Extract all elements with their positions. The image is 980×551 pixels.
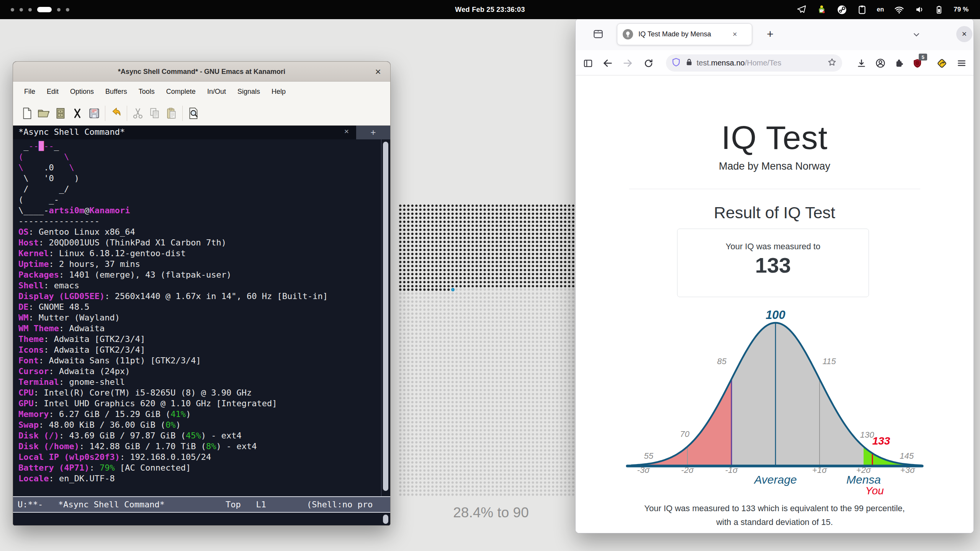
undo-button[interactable] — [108, 106, 124, 121]
new-tab-button[interactable]: + — [762, 25, 779, 43]
open-file-button[interactable] — [35, 106, 52, 121]
firefox-view-icon[interactable] — [592, 28, 605, 41]
terminal-line: ---------------- — [18, 216, 381, 227]
volume-icon[interactable] — [915, 5, 924, 15]
emacs-close-button[interactable]: × — [371, 65, 385, 78]
list-all-tabs-chevron-icon[interactable] — [910, 28, 923, 41]
echo-scrollbar-thumb[interactable] — [383, 515, 388, 524]
new-file-button[interactable] — [18, 106, 35, 121]
terminal-line: Battery (4P71): 79% [AC Connected] — [18, 463, 381, 473]
battery-percentage: 79 % — [954, 6, 969, 13]
chart-label: -3σ — [637, 465, 650, 475]
terminal-line: Disk (/home): 142.88 GiB / 1.70 TiB (8%)… — [18, 441, 381, 452]
emacs-buffer[interactable]: *Async Shell Command* × + _--█--_( \\ .0… — [13, 126, 390, 496]
close-buffer-button[interactable] — [69, 106, 86, 121]
telegram-icon[interactable] — [797, 5, 807, 15]
emacs-modeline: U:**- *Async Shell Command* Top L1 (Shel… — [13, 496, 390, 513]
emacs-titlebar[interactable]: *Async Shell Command* - GNU Emacs at Kan… — [13, 62, 390, 82]
result-description-line1: Your IQ was measured to 133 which is equ… — [576, 502, 973, 515]
chart-label: 55 — [644, 451, 654, 461]
tab-title: IQ Test Made by Mensa — [638, 30, 730, 38]
emacs-echo-area — [13, 513, 390, 525]
terminal-line: OS: Gentoo Linux x86_64 — [18, 227, 381, 237]
wifi-icon[interactable] — [894, 5, 905, 15]
workspace-indicator[interactable] — [11, 0, 69, 19]
emacs-menu-complete[interactable]: Complete — [160, 88, 201, 96]
gnome-top-bar: Wed Feb 25 23:36:03 en 79 % — [0, 0, 980, 19]
emacs-menu-edit[interactable]: Edit — [41, 88, 64, 96]
steam-icon[interactable] — [837, 5, 847, 15]
iq-score: 133 — [677, 253, 869, 278]
url-path: /Home/Tes — [745, 59, 782, 67]
forward-button[interactable] — [621, 56, 635, 70]
emacs-menu-buffers[interactable]: Buffers — [100, 88, 133, 96]
sidebar-toggle-icon[interactable] — [581, 56, 595, 70]
isearch-button[interactable] — [185, 106, 202, 121]
active-workspace-pill[interactable] — [37, 7, 52, 12]
emacs-menu-inout[interactable]: In/Out — [201, 88, 232, 96]
chart-label: +3σ — [900, 465, 915, 475]
menu-hamburger-icon[interactable] — [955, 56, 969, 70]
copy-button[interactable] — [146, 106, 163, 121]
scrollbar-thumb[interactable] — [383, 142, 388, 491]
clipboard-icon[interactable] — [857, 5, 867, 15]
emacs-menu-file[interactable]: File — [18, 88, 41, 96]
workspace-dot[interactable] — [11, 8, 14, 11]
clock[interactable]: Wed Feb 25 23:36:03 — [455, 0, 525, 19]
buffer-tab-close[interactable]: × — [341, 127, 352, 136]
downloads-icon[interactable] — [854, 56, 868, 70]
result-card: Your IQ was measured to 133 — [677, 229, 869, 297]
claws-mail-icon[interactable] — [816, 5, 827, 15]
save-button[interactable] — [86, 106, 103, 121]
ublock-origin-icon[interactable]: 5 — [910, 56, 924, 70]
page-subtitle: Made by Mensa Norway — [576, 160, 973, 172]
battery-icon[interactable] — [934, 5, 944, 15]
workspace-dot[interactable] — [57, 8, 61, 11]
result-description: Your IQ was measured to 133 which is equ… — [576, 502, 973, 529]
workspace-dot[interactable] — [20, 8, 23, 11]
emacs-menu-help[interactable]: Help — [266, 88, 291, 96]
terminal-line: DE: GNOME 48.5 — [18, 302, 381, 312]
emacs-menu-signals[interactable]: Signals — [232, 88, 266, 96]
dired-button[interactable] — [52, 106, 69, 121]
extensions-puzzle-icon[interactable] — [892, 56, 906, 70]
back-button[interactable] — [601, 56, 615, 70]
paste-button[interactable] — [163, 106, 180, 121]
terminal-line: Swap: 48.00 KiB / 36.00 GiB (0%) — [18, 420, 381, 430]
new-buffer-tab-button[interactable]: + — [356, 126, 390, 139]
fastforward-extension-icon[interactable] — [935, 56, 949, 70]
terminal-line: Packages: 1401 (emerge), 43 (flatpak-use… — [18, 270, 381, 280]
keyboard-layout-indicator[interactable]: en — [877, 6, 884, 13]
terminal-line: Memory: 6.27 GiB / 15.29 GiB (41%) — [18, 409, 381, 420]
url-text: test.mensa.no/Home/Tes — [697, 59, 811, 67]
account-icon[interactable] — [874, 56, 887, 70]
url-bar[interactable]: test.mensa.no/Home/Tes — [666, 54, 842, 72]
workspace-dot[interactable] — [28, 8, 32, 11]
tab-close-button[interactable]: × — [733, 30, 737, 39]
chart-label: 85 — [717, 356, 726, 366]
reload-button[interactable] — [641, 56, 655, 70]
terminal-line: Font: Adwaita Sans (11pt) [GTK2/3/4] — [18, 355, 381, 366]
url-subdomain: test. — [697, 59, 711, 67]
emacs-scrollbar[interactable] — [381, 139, 390, 496]
terminal-line: Cursor: Adwaita (24px) — [18, 366, 381, 377]
cut-button[interactable] — [129, 106, 146, 121]
result-heading: Result of IQ Test — [576, 203, 973, 222]
workspace-dot[interactable] — [66, 8, 69, 11]
browser-tab[interactable]: IQ Test Made by Mensa × — [617, 23, 752, 45]
lock-icon[interactable] — [685, 58, 694, 68]
ublock-badge: 5 — [919, 54, 927, 60]
chart-label: 115 — [823, 356, 836, 366]
emacs-menu-tools[interactable]: Tools — [133, 88, 160, 96]
terminal-line: Disk (/): 43.69 GiB / 97.87 GiB (45%) - … — [18, 430, 381, 441]
tracking-protection-shield-icon[interactable] — [671, 57, 681, 69]
terminal-line: Display (LGD05EE): 2560x1440 @ 1.67x in … — [18, 291, 381, 302]
buffer-tab[interactable]: *Async Shell Command* — [18, 127, 125, 137]
toolbar-separator — [105, 106, 105, 121]
terminal-line: \ '0 ) — [18, 173, 381, 184]
divider — [629, 189, 920, 189]
chart-label: 70 — [680, 429, 690, 439]
bookmark-star-icon[interactable] — [827, 57, 837, 69]
window-close-button[interactable]: × — [956, 26, 972, 42]
emacs-menu-options[interactable]: Options — [64, 88, 100, 96]
